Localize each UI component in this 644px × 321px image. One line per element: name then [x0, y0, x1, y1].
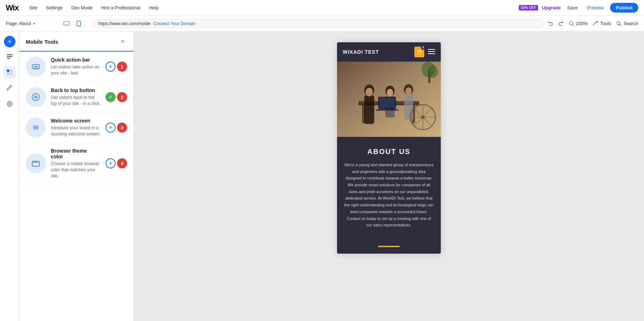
svg-point-35: [35, 162, 36, 163]
welcome-screen-desc: Introduce your brand in a stunning welco…: [51, 125, 101, 137]
panel-header: Mobile Tools ×: [19, 32, 133, 52]
tools-panel-button[interactable]: [3, 82, 16, 95]
browser-theme-desc: Choose a mobile browser color that match…: [51, 161, 101, 179]
redo-button[interactable]: [558, 21, 564, 27]
view-toggle: [62, 19, 84, 29]
back-to-top-actions: ✓ 2: [106, 92, 127, 102]
nav-site[interactable]: Site: [26, 4, 41, 12]
browser-theme-info: Browser theme color Choose a mobile brow…: [51, 148, 101, 179]
svg-point-26: [34, 66, 35, 67]
welcome-screen-add-button[interactable]: +: [106, 123, 116, 133]
cart-count-badge: 0: [421, 45, 426, 50]
svg-rect-14: [10, 70, 13, 72]
svg-rect-61: [376, 109, 399, 111]
zoom-control[interactable]: 100%: [569, 21, 587, 26]
browser-theme-add-button[interactable]: +: [106, 158, 116, 168]
connect-domain-link[interactable]: Connect Your Domain: [153, 21, 195, 26]
welcome-screen-icon: [26, 118, 46, 138]
zoom-level: 100%: [576, 21, 587, 26]
tool-item-welcome-screen: Welcome screen Introduce your brand in a…: [19, 112, 133, 143]
svg-point-64: [428, 65, 438, 78]
svg-point-36: [36, 162, 37, 163]
cart-icon[interactable]: 0: [414, 47, 424, 57]
nav-settings[interactable]: Settings: [42, 4, 66, 12]
top-navigation: Wix Site Settings Dev Mode Hire a Profes…: [0, 0, 644, 16]
mobile-site-title: WIXADI TEST: [343, 49, 379, 55]
back-to-top-info: Back to top button Get visitors back to …: [51, 87, 101, 107]
svg-rect-15: [7, 73, 9, 75]
mobile-site-header: WIXADI TEST 0: [337, 42, 441, 62]
svg-point-19: [9, 103, 11, 105]
browser-theme-icon: [26, 153, 46, 173]
upgrade-button[interactable]: Upgrade: [542, 5, 561, 10]
svg-rect-25: [33, 68, 38, 69]
cart-bag-icon: 0: [414, 47, 424, 57]
svg-rect-45: [364, 95, 374, 124]
save-button[interactable]: Save: [564, 4, 581, 12]
tools-button[interactable]: Tools: [592, 21, 611, 27]
page-selector[interactable]: Page: About ▾: [6, 21, 56, 26]
desktop-view-button[interactable]: [62, 19, 72, 29]
svg-point-52: [405, 87, 412, 95]
browser-theme-name: Browser theme color: [51, 148, 101, 159]
chevron-down-icon: ▾: [33, 21, 35, 25]
tool-item-browser-theme: Browser theme color Choose a mobile brow…: [19, 143, 133, 184]
nav-help[interactable]: Help: [145, 4, 162, 12]
mobile-preview: WIXADI TEST 0: [337, 42, 441, 254]
tool-item-back-to-top: Back to top button Get visitors back to …: [19, 82, 133, 112]
svg-rect-10: [7, 54, 13, 55]
panel-title: Mobile Tools: [26, 39, 58, 45]
quick-action-bar-desc: Let visitors take action on your site - …: [51, 64, 101, 76]
browser-theme-actions: + 4: [106, 158, 127, 168]
quick-action-bar-icon: [26, 57, 46, 77]
back-to-top-desc: Get visitors back to the top of your sit…: [51, 95, 101, 107]
mobile-tools-panel: Mobile Tools × Quick action bar Let visi…: [19, 32, 134, 321]
svg-line-9: [620, 24, 621, 26]
panel-close-button[interactable]: ×: [118, 37, 127, 46]
svg-rect-13: [7, 70, 9, 72]
nav-devmode[interactable]: Dev Mode: [68, 4, 96, 12]
nav-hire-professional[interactable]: Hire a Professional: [98, 4, 144, 12]
canvas-area: WIXADI TEST 0: [134, 32, 644, 321]
back-to-top-name: Back to top button: [51, 87, 101, 93]
svg-rect-0: [64, 21, 69, 25]
about-text: We're a young and talented group of entr…: [344, 162, 434, 229]
back-to-top-done-badge: ✓: [106, 92, 116, 102]
svg-rect-51: [404, 95, 413, 120]
back-to-top-step-badge: 2: [117, 92, 127, 102]
left-sidebar: +: [0, 32, 19, 321]
design-panel-button[interactable]: [3, 66, 16, 79]
main-area: + Mobile Tools ×: [0, 32, 644, 321]
url-text: https://www.wix.com/mysite: [98, 21, 151, 26]
svg-point-49: [387, 89, 393, 97]
publish-button[interactable]: Publish: [610, 3, 638, 13]
add-element-button[interactable]: +: [4, 36, 15, 47]
tool-item-quick-action-bar: Quick action bar Let visitors take actio…: [19, 52, 133, 82]
svg-point-34: [33, 162, 34, 163]
quick-action-bar-add-button[interactable]: +: [106, 62, 116, 72]
undo-button[interactable]: [547, 21, 553, 27]
svg-rect-12: [7, 58, 10, 59]
svg-line-6: [572, 24, 574, 26]
second-toolbar: Page: About ▾ https://www.wix.com/mysite…: [0, 16, 644, 32]
browser-theme-step-badge: 4: [117, 158, 127, 168]
svg-point-27: [35, 66, 36, 67]
svg-line-7: [593, 22, 596, 25]
welcome-screen-step-badge: 3: [117, 123, 127, 133]
svg-rect-16: [10, 73, 13, 75]
page-selector-label: Page: About: [6, 21, 31, 26]
search-label: Search: [624, 21, 638, 26]
pages-panel-button[interactable]: [3, 50, 16, 63]
mobile-view-button[interactable]: [74, 19, 84, 29]
apps-panel-button[interactable]: [3, 97, 16, 110]
search-button[interactable]: Search: [616, 21, 638, 27]
preview-button[interactable]: Preview: [584, 4, 606, 12]
svg-rect-11: [7, 56, 13, 57]
svg-point-46: [366, 88, 373, 96]
url-bar: https://www.wix.com/mysite Connect Your …: [93, 19, 544, 28]
about-title: ABOUT US: [344, 148, 434, 156]
mobile-header-icons: 0: [414, 47, 435, 57]
nav-right-actions: 50% OFF Upgrade Save Preview Publish: [519, 3, 638, 13]
svg-point-4: [78, 25, 79, 26]
hamburger-menu-icon[interactable]: [428, 48, 435, 56]
